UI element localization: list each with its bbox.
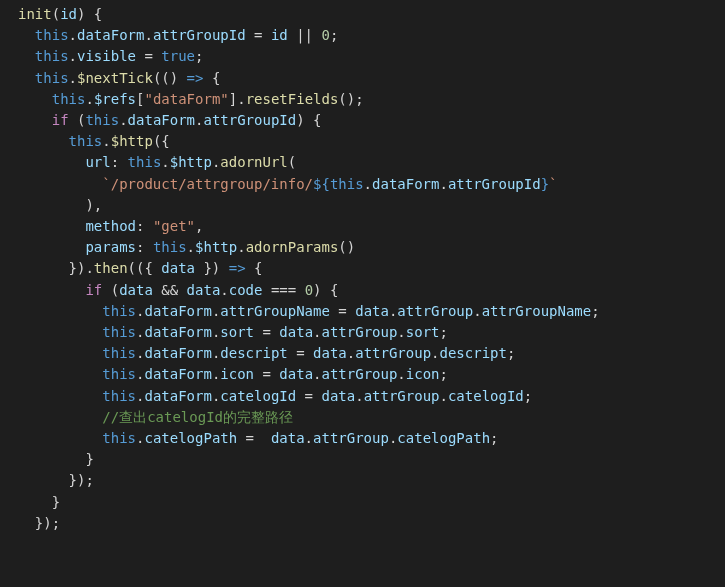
comment: //查出catelogId的完整路径 (102, 409, 293, 425)
init-fn: init (18, 6, 52, 22)
code-block: init(id) { this.dataForm.attrGroupId = i… (0, 0, 725, 534)
